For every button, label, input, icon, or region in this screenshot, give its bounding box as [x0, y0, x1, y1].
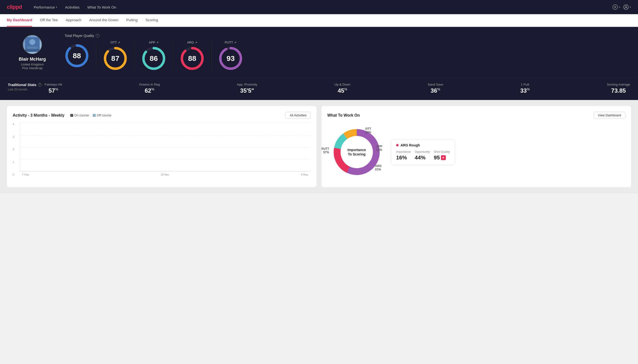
score-ott-label: OTT ↗ [110, 40, 120, 44]
nav-right-actions: ▾ ▾ [612, 4, 631, 10]
arg-metrics: Importance 16% Opportunity 44% Shot Qual… [396, 150, 450, 161]
stat-items: Fairways Hit 57% Greens In Reg 62% App. … [45, 83, 630, 94]
tab-my-dashboard[interactable]: My Dashboard [7, 14, 32, 27]
bar-chart: 4 3 2 1 0 [13, 123, 311, 176]
view-dashboard-button[interactable]: View Dashboard [594, 112, 625, 119]
wtwo-title: What To Work On [327, 113, 360, 118]
stat-sandsave-value: 36% [431, 87, 440, 94]
arg-rough-card: ARG Rough Importance 16% Opportunity 44%… [391, 139, 455, 165]
donut-label-ott: OTT 10% [365, 127, 371, 134]
donut-center-line1: Importance [347, 148, 366, 152]
donut-center-line2: To Scoring [347, 152, 366, 156]
tab-bar: My Dashboard Off the Tee Approach Around… [0, 14, 638, 27]
score-ott-value: 87 [111, 54, 119, 62]
donut-label-arg: ARG 21% [375, 164, 382, 171]
all-activities-button[interactable]: All Activities [285, 112, 311, 119]
arg-metric-shot-quality: Shot Quality 95 ▼ [434, 150, 450, 161]
player-handicap: Plus Handicap [22, 66, 43, 70]
wtwo-content: Importance To Scoring OTT 10% APP 12% AR… [327, 123, 625, 182]
avatar [23, 35, 42, 54]
chevron-down-icon: ▾ [630, 6, 631, 9]
stat-fairways-hit-value: 57% [49, 87, 58, 94]
donut-center: Importance To Scoring [347, 148, 366, 156]
arg-opportunity-value: 44% [415, 154, 430, 161]
total-pq-label: Total Player Quality ? [65, 34, 630, 38]
stat-greens-in-reg: Greens In Reg 62% [139, 83, 160, 94]
score-arg-value: 88 [188, 54, 196, 62]
what-to-work-on-card: What To Work On View Dashboard [321, 106, 631, 187]
svg-point-6 [29, 39, 35, 45]
scores-section: Total Player Quality ? 88 OTT ↗ [65, 34, 630, 71]
stat-app-proximity: App. Proximity 35'5" [237, 83, 258, 94]
help-icon[interactable]: ? [96, 34, 100, 38]
score-main-value: 88 [73, 52, 81, 60]
donut-label-putt: PUTT 57% [321, 147, 329, 154]
traditional-stats-label: Traditional Stats ? Last 20 rounds [8, 83, 45, 91]
score-app-value: 86 [150, 54, 158, 62]
wtwo-header: What To Work On View Dashboard [327, 112, 625, 119]
arrow-icon: ↗ [156, 41, 159, 44]
down-arrow-badge: ▼ [441, 155, 446, 160]
score-app: APP ↗ 86 [135, 40, 173, 71]
brand-logo[interactable]: clippd [7, 4, 22, 10]
activity-chart-title: Activity - 3 Months - Weekly [13, 113, 64, 118]
ring-main: 88 [65, 44, 89, 68]
score-arg-label: ARG ↗ [187, 40, 197, 44]
stat-gir-value: 62% [145, 87, 154, 94]
svg-point-4 [625, 6, 627, 8]
score-main: 88 [65, 44, 96, 68]
tab-putting[interactable]: Putting [126, 14, 138, 27]
stat-up-and-down: Up & Down 45% [334, 83, 351, 94]
score-arg: ARG ↗ 88 [173, 40, 211, 71]
stat-1-putt: 1 Putt 33% [520, 83, 530, 94]
stat-fairways-hit: Fairways Hit 57% [45, 83, 62, 94]
tab-around-the-green[interactable]: Around the Green [89, 14, 118, 27]
score-putt-value: 93 [227, 54, 235, 62]
score-rings: 88 OTT ↗ 87 APP [65, 40, 630, 71]
tab-approach[interactable]: Approach [66, 14, 81, 27]
x-labels: 7 Feb 28 Mar 9 May [20, 172, 311, 176]
stat-scoring-average: Scoring Average 73.85 [607, 83, 630, 94]
player-country: United Kingdom [21, 62, 44, 66]
ring-ott: 87 [103, 46, 128, 71]
tab-off-the-tee[interactable]: Off the Tee [40, 14, 58, 27]
stat-1putt-value: 33% [520, 87, 530, 94]
help-icon-stats[interactable]: ? [38, 83, 42, 87]
activity-chart-card: Activity - 3 Months - Weekly On course O… [7, 106, 317, 187]
off-course-dot [93, 114, 96, 117]
score-putt-label: PUTT ↗ [225, 40, 237, 44]
ring-arg: 88 [180, 46, 204, 71]
nav-activities[interactable]: Activities [65, 4, 80, 10]
legend-off-course: Off course [93, 114, 111, 117]
hero-section: Blair McHarg United Kingdom Plus Handica… [0, 27, 638, 78]
legend-on-course: On course [70, 114, 89, 117]
ring-app: 86 [141, 46, 166, 71]
arg-dot [396, 144, 398, 146]
stat-sand-save: Sand Save 36% [428, 83, 443, 94]
chevron-down-icon: ▾ [56, 6, 57, 9]
nav-performance[interactable]: Performance ▾ [34, 4, 57, 10]
arg-importance-value: 16% [396, 154, 411, 161]
bars-container [20, 123, 311, 171]
stat-scoringavg-value: 73.85 [611, 87, 626, 94]
add-button[interactable]: ▾ [612, 4, 620, 10]
donut-wrapper: Importance To Scoring OTT 10% APP 12% AR… [327, 123, 386, 182]
top-navigation: clippd Performance ▾ Activities What To … [0, 0, 638, 14]
stats-row: Traditional Stats ? Last 20 rounds Fairw… [0, 78, 638, 100]
donut-label-app: APP 12% [376, 145, 382, 152]
score-ott: OTT ↗ 87 [96, 40, 135, 71]
chart-legend: On course Off course [70, 114, 111, 117]
stat-updown-value: 45% [338, 87, 347, 94]
arg-metric-opportunity: Opportunity 44% [415, 150, 430, 161]
arg-card-title: ARG Rough [396, 143, 450, 147]
arg-shot-quality-value: 95 ▼ [434, 154, 450, 161]
nav-what-to-work-on[interactable]: What To Work On [87, 4, 116, 10]
arrow-icon: ↗ [195, 41, 197, 44]
tab-scoring[interactable]: Scoring [145, 14, 158, 27]
arg-metric-importance: Importance 16% [396, 150, 411, 161]
stat-app-prox-value: 35'5" [240, 87, 254, 94]
chevron-down-icon: ▾ [619, 6, 620, 9]
score-app-label: APP ↗ [149, 40, 159, 44]
on-course-dot [70, 114, 73, 117]
user-menu-button[interactable]: ▾ [623, 4, 631, 10]
